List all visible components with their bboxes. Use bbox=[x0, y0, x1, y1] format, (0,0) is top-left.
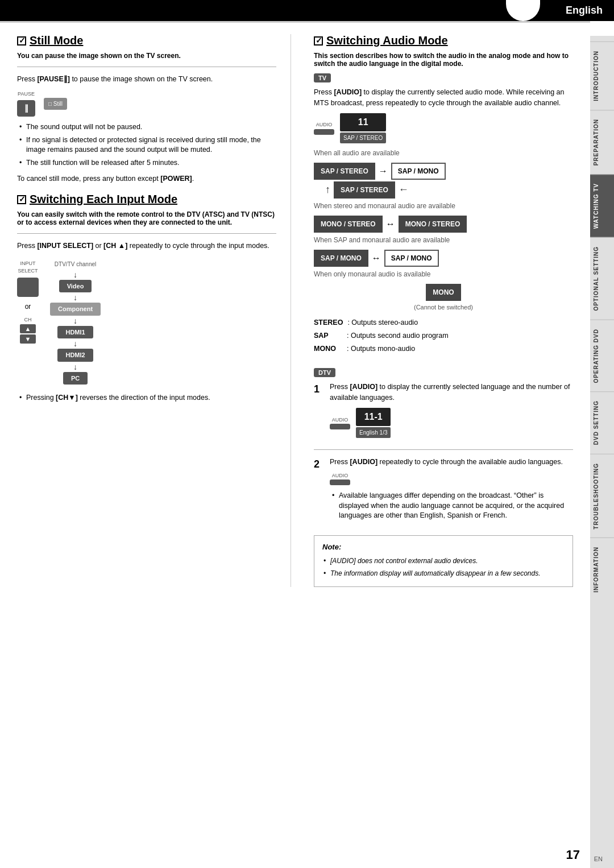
main-content: Still Mode You can pause the image shown… bbox=[0, 23, 590, 598]
note-title: Note: bbox=[322, 542, 565, 553]
still-mode-bullets: The sound output will not be paused. If … bbox=[17, 122, 276, 168]
switching-input-subtitle: You can easily switch with the remote co… bbox=[17, 210, 276, 226]
page-number: 17 bbox=[566, 848, 580, 862]
legend-stereo: STEREO : Outputs stereo-audio bbox=[314, 317, 573, 328]
step1-screen-group: 11-1 English 1/3 bbox=[356, 408, 391, 438]
language-label: English bbox=[566, 5, 603, 16]
step2-audio-btn-illustration bbox=[330, 480, 350, 485]
ch-up-btn: ▲ bbox=[20, 324, 36, 333]
sap-stereo-box2: SAP / STEREO bbox=[334, 181, 395, 199]
legend-sap-key: SAP bbox=[314, 330, 342, 341]
step2-text: Press [AUDIO] repeatedly to cycle throug… bbox=[330, 457, 573, 468]
sidebar-item-information: INFORMATION bbox=[590, 538, 614, 601]
switching-audio-subtitle: This section describes how to switch the… bbox=[314, 52, 573, 68]
sap-arrow1: → bbox=[379, 164, 388, 178]
still-mode-subtitle: You can pause the image shown on the TV … bbox=[17, 52, 276, 60]
sap-mono-row: SAP / MONO ↔ SAP / MONO bbox=[314, 250, 573, 267]
sap-mono-box2: SAP / MONO bbox=[384, 250, 439, 267]
pause-button-illustration: ‖ bbox=[17, 100, 35, 117]
note-bullet-1: [AUDIO] does not control external audio … bbox=[322, 556, 565, 566]
audio-button-illustration bbox=[314, 129, 334, 135]
still-mode-remote-area: PAUSE ‖ □ Still bbox=[17, 90, 276, 117]
mono-stereo-box1: MONO / STEREO bbox=[314, 216, 383, 233]
cannot-switch-label: (Cannot be switched) bbox=[314, 303, 573, 312]
ch-btn-group: CH ▲ ▼ bbox=[20, 316, 36, 345]
only-mono-label: When only monaural audio is available bbox=[314, 269, 573, 279]
mono-only-flow: MONO (Cannot be switched) bbox=[314, 284, 573, 312]
still-mode-section: Still Mode You can pause the image shown… bbox=[17, 34, 276, 184]
switching-input-body1: Press [INPUT SELECT] or [CH ▲] repeatedl… bbox=[17, 241, 276, 251]
channel-header-label: DTV/TV channel bbox=[55, 260, 96, 268]
input-diagram: INPUTSELECT or CH ▲ ▼ DTV/T bbox=[17, 260, 276, 385]
step2-audio-btn-group: AUDIO bbox=[330, 472, 350, 486]
still-mode-checkbox-icon bbox=[17, 36, 26, 46]
sap-curve-right: ← bbox=[399, 182, 409, 197]
step1-audio-btn-group: AUDIO bbox=[330, 416, 350, 430]
sap-double-arrow: ↔ bbox=[372, 251, 381, 265]
step2-content: Press [AUDIO] repeatedly to cycle throug… bbox=[330, 457, 573, 527]
audio-label: AUDIO bbox=[314, 121, 334, 129]
channel-down-arrow-0: ↓ bbox=[73, 271, 77, 279]
mono-double-arrow: ↔ bbox=[386, 217, 395, 231]
step1-screen-value: 11-1 bbox=[356, 408, 391, 426]
mono-stereo-flow: MONO / STEREO ↔ MONO / STEREO bbox=[314, 216, 573, 233]
still-mode-body: Press [PAUSE‖] to pause the image shown … bbox=[17, 74, 276, 184]
legend-mono-val: : Outputs mono-audio bbox=[347, 344, 415, 354]
sap-stereo-box: SAP / STEREO bbox=[314, 163, 375, 180]
step2-audio-display: AUDIO bbox=[330, 472, 573, 486]
step-divider bbox=[314, 449, 573, 450]
sidebar-item-operating-dvd: OPERATING DVD bbox=[590, 320, 614, 392]
step1-audio-btn-illustration bbox=[330, 424, 350, 429]
channel-down-arrow-2: ↓ bbox=[73, 317, 77, 325]
step2-bullet-1: Available languages differ depending on … bbox=[330, 491, 573, 521]
audio-display: AUDIO 11 SAP / STEREO bbox=[314, 113, 573, 143]
switching-audio-title: Switching Audio Mode bbox=[314, 34, 573, 47]
switching-audio-body1: Press [AUDIO] to display the currently s… bbox=[314, 87, 573, 109]
top-bar: English bbox=[0, 0, 614, 21]
still-cancel-text: To cancel still mode, press any button e… bbox=[17, 173, 276, 184]
switching-input-section: Switching Each Input Mode You can easily… bbox=[17, 193, 276, 403]
pause-btn-group: PAUSE ‖ bbox=[17, 90, 35, 117]
or-label: or bbox=[25, 301, 31, 312]
switching-input-bullets: Pressing [CH▼] reverses the direction of… bbox=[17, 393, 276, 403]
ch-label: CH bbox=[24, 316, 32, 324]
switching-input-checkbox-icon bbox=[17, 195, 26, 204]
channel-down-arrow-3: ↓ bbox=[73, 340, 77, 348]
mono-only-box: MONO bbox=[426, 284, 460, 301]
switching-audio-body-dtv: 1 Press [AUDIO] to display the currently… bbox=[314, 382, 573, 587]
step2-bullets: Available languages differ depending on … bbox=[330, 491, 573, 521]
ch-arrows: ▲ ▼ bbox=[20, 324, 36, 344]
legend-stereo-val: : Outputs stereo-audio bbox=[347, 317, 418, 328]
input-select-btn-illustration bbox=[17, 278, 39, 297]
switching-audio-body-tv: Press [AUDIO] to display the currently s… bbox=[314, 87, 573, 354]
left-column: Still Mode You can pause the image shown… bbox=[17, 34, 291, 587]
step-1: 1 Press [AUDIO] to display the currently… bbox=[314, 382, 573, 443]
still-bullet-3: The still function will be released afte… bbox=[17, 158, 276, 168]
right-sidebar: INTRODUCTION PREPARATION WATCHING TV OPT… bbox=[590, 36, 614, 868]
tv-badge: TV bbox=[314, 73, 331, 82]
sap-curve-left: ↑ bbox=[325, 182, 330, 197]
pause-label: PAUSE bbox=[18, 90, 35, 98]
mono-only-row: MONO bbox=[314, 284, 573, 301]
still-label: □ Still bbox=[44, 98, 67, 110]
sidebar-item-troubleshooting: TROUBLESHOOTING bbox=[590, 454, 614, 538]
dtv-badge: DTV bbox=[314, 368, 335, 377]
sap-mono-box: SAP / MONO bbox=[391, 163, 446, 180]
switching-audio-checkbox-icon bbox=[314, 36, 323, 46]
mono-stereo-row: MONO / STEREO ↔ MONO / STEREO bbox=[314, 216, 573, 233]
step1-screen-sub: English 1/3 bbox=[356, 427, 391, 438]
sap-stereo-flow: SAP / STEREO → SAP / MONO ↑ SAP / STEREO… bbox=[314, 163, 573, 199]
legend-mono-key: MONO bbox=[314, 344, 342, 354]
channel-down-arrow-4: ↓ bbox=[73, 363, 77, 371]
legend-sap-val: : Outputs second audio program bbox=[347, 330, 449, 341]
sap-mono-label: When SAP and monaural audio are availabl… bbox=[314, 235, 573, 245]
sidebar-item-optional-setting: OPTIONAL SETTING bbox=[590, 237, 614, 320]
channel-pc: PC bbox=[63, 372, 88, 385]
note-list: [AUDIO] does not control external audio … bbox=[322, 556, 565, 578]
legend-stereo-key: STEREO bbox=[314, 317, 343, 328]
switching-input-bullet-1: Pressing [CH▼] reverses the direction of… bbox=[17, 393, 276, 403]
still-bullet-2: If no signal is detected or protected si… bbox=[17, 135, 276, 155]
switching-input-body: Press [INPUT SELECT] or [CH ▲] repeatedl… bbox=[17, 241, 276, 403]
step1-num: 1 bbox=[314, 382, 324, 443]
sap-stereo-row: SAP / STEREO → SAP / MONO bbox=[314, 163, 573, 180]
